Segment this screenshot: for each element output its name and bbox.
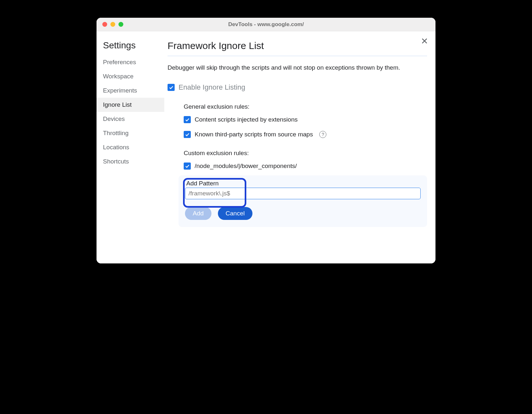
content-scripts-checkbox[interactable] <box>184 116 191 123</box>
enable-ignore-listing-label: Enable Ignore Listing <box>179 83 245 92</box>
help-icon[interactable]: ? <box>319 131 326 138</box>
titlebar: DevTools - www.google.com/ <box>97 18 435 31</box>
add-button[interactable]: Add <box>185 207 211 220</box>
node-bower-row: /node_modules/|/bower_components/ <box>184 163 427 170</box>
add-pattern-label: Add Pattern <box>185 178 421 187</box>
window-maximize-button[interactable] <box>118 22 123 27</box>
node-bower-label: /node_modules/|/bower_components/ <box>195 163 297 170</box>
window-title: DevTools - www.google.com/ <box>97 21 435 28</box>
third-party-label: Known third-party scripts from source ma… <box>195 131 313 138</box>
sidebar-item-workspace[interactable]: Workspace <box>97 69 164 84</box>
section-description: Debugger will skip through the scripts a… <box>168 63 427 72</box>
sidebar-item-devices[interactable]: Devices <box>97 112 164 126</box>
sidebar-item-shortcuts[interactable]: Shortcuts <box>97 154 164 169</box>
sidebar-item-experiments[interactable]: Experiments <box>97 84 164 98</box>
third-party-checkbox[interactable] <box>184 131 191 138</box>
sidebar-item-ignore-list[interactable]: Ignore List <box>97 98 164 112</box>
content-area: Settings Preferences Workspace Experimen… <box>97 31 435 263</box>
sidebar-title: Settings <box>97 40 164 55</box>
enable-ignore-listing-checkbox[interactable] <box>168 84 175 91</box>
third-party-row: Known third-party scripts from source ma… <box>184 131 427 138</box>
cancel-button[interactable]: Cancel <box>218 207 252 220</box>
sidebar-item-locations[interactable]: Locations <box>97 140 164 154</box>
content-scripts-row: Content scripts injected by extensions <box>184 116 427 123</box>
section-title: Framework Ignore List <box>168 40 427 56</box>
content-scripts-label: Content scripts injected by extensions <box>195 116 298 123</box>
add-pattern-panel: Add Pattern Add Cancel <box>179 175 427 227</box>
settings-sidebar: Settings Preferences Workspace Experimen… <box>97 31 164 263</box>
window-minimize-button[interactable] <box>110 22 115 27</box>
node-bower-checkbox[interactable] <box>184 163 191 170</box>
general-exclusion-label: General exclusion rules: <box>184 103 427 110</box>
sidebar-item-throttling[interactable]: Throttling <box>97 126 164 140</box>
custom-exclusion-label: Custom exclusion rules: <box>184 150 427 157</box>
button-row: Add Cancel <box>185 207 421 220</box>
traffic-lights <box>97 22 123 27</box>
main-panel: Framework Ignore List Debugger will skip… <box>164 31 435 263</box>
enable-ignore-listing-row: Enable Ignore Listing <box>168 83 427 92</box>
close-icon[interactable] <box>421 37 428 45</box>
devtools-settings-window: DevTools - www.google.com/ Settings Pref… <box>97 18 435 263</box>
sidebar-item-preferences[interactable]: Preferences <box>97 55 164 69</box>
pattern-input[interactable] <box>185 188 421 199</box>
window-close-button[interactable] <box>102 22 107 27</box>
